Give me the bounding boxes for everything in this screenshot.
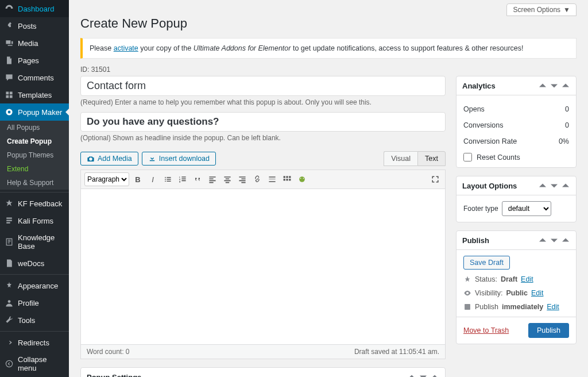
sidebar-item-label: Redirects <box>18 338 49 347</box>
sidebar-item-label: Collapse menu <box>18 355 64 372</box>
add-media-button[interactable]: Add Media <box>80 152 138 166</box>
italic-button[interactable]: I <box>146 173 159 186</box>
conversions-label: Conversions <box>463 121 503 129</box>
rate-label: Conversion Rate <box>463 137 517 145</box>
panel-move-down-button[interactable] <box>550 236 559 245</box>
panel-move-up-button[interactable] <box>538 181 547 190</box>
panel-move-down-button[interactable] <box>550 81 559 90</box>
readmore-button[interactable] <box>266 173 278 186</box>
main-content: Screen Options ▼ Create New Popup Please… <box>69 0 588 377</box>
sidebar-item-label: Templates <box>18 91 52 99</box>
sidebar-item-kf-feedback[interactable]: KF Feedback <box>0 195 69 212</box>
sidebar-item-kali-forms[interactable]: Kali Forms <box>0 212 69 229</box>
panel-toggle-button[interactable] <box>561 236 570 245</box>
editor-container: Paragraph B I <box>80 170 446 359</box>
move-to-trash-link[interactable]: Move to Trash <box>463 326 509 334</box>
sidebar-item-knowledge-base[interactable]: Knowledge Base <box>0 229 69 255</box>
svg-point-3 <box>6 360 12 367</box>
tools-icon <box>5 316 14 325</box>
sidebar-item-pages[interactable]: Pages <box>0 52 69 69</box>
align-right-button[interactable] <box>236 173 249 186</box>
panel-toggle-button[interactable] <box>561 181 570 190</box>
editor-tab-text[interactable]: Text <box>417 151 446 166</box>
sidebar-item-comments[interactable]: Comments <box>0 69 69 86</box>
reset-counts-checkbox[interactable] <box>463 153 472 161</box>
panel-move-up-button[interactable] <box>538 81 547 90</box>
panel-toggle-button[interactable] <box>561 81 570 90</box>
reset-counts-label: Reset Counts <box>477 153 520 161</box>
sidebar-item-wedocs[interactable]: weDocs <box>0 255 69 272</box>
panel-move-up-button[interactable] <box>538 236 547 245</box>
editor-textarea[interactable] <box>81 189 445 344</box>
align-left-button[interactable] <box>206 173 219 186</box>
submenu-item-create-popup[interactable]: Create Popup <box>0 134 69 148</box>
admin-sidebar: DashboardPostsMediaPagesCommentsTemplate… <box>0 0 69 377</box>
sidebar-item-popup-maker[interactable]: Popup Maker <box>0 103 69 121</box>
media-icon <box>5 39 14 48</box>
sidebar-item-collapse-menu[interactable]: Collapse menu <box>0 351 69 376</box>
bold-button[interactable]: B <box>131 173 144 186</box>
format-select[interactable]: Paragraph <box>84 172 129 186</box>
opens-label: Opens <box>463 105 485 113</box>
fullscreen-button[interactable] <box>429 173 442 186</box>
sidebar-item-dashboard[interactable]: Dashboard <box>0 0 69 17</box>
panel-toggle-button[interactable] <box>430 372 439 377</box>
insert-download-button[interactable]: Insert download <box>142 152 216 166</box>
sidebar-item-templates[interactable]: Templates <box>0 86 69 103</box>
sidebar-item-posts[interactable]: Posts <box>0 17 69 34</box>
sidebar-item-label: Appearance <box>18 282 58 290</box>
popup-icon <box>5 107 14 117</box>
opens-value: 0 <box>565 105 569 113</box>
number-list-button[interactable] <box>176 173 189 186</box>
edit-status-link[interactable]: Edit <box>521 275 533 283</box>
panel-move-up-button[interactable] <box>407 372 416 377</box>
footer-type-select[interactable]: default <box>502 201 551 216</box>
sidebar-item-media[interactable]: Media <box>0 34 69 52</box>
draft-saved-status: Draft saved at 11:05:41 am. <box>354 348 439 356</box>
sidebar-item-label: weDocs <box>18 259 44 268</box>
footer-type-label: Footer type <box>463 205 498 213</box>
sidebar-item-profile[interactable]: Profile <box>0 294 69 311</box>
edit-schedule-link[interactable]: Edit <box>547 303 559 311</box>
submenu-item-popup-themes[interactable]: Popup Themes <box>0 148 69 162</box>
sidebar-item-label: Profile <box>18 299 39 307</box>
popup-name-input[interactable] <box>80 76 446 96</box>
appearance-icon <box>5 281 14 290</box>
screen-options-label: Screen Options <box>513 6 560 14</box>
splitter-button[interactable] <box>296 173 308 186</box>
submenu-item-extend[interactable]: Extend <box>0 162 69 176</box>
svg-rect-7 <box>284 179 285 180</box>
sidebar-item-appearance[interactable]: Appearance <box>0 277 69 294</box>
screen-options-button[interactable]: Screen Options ▼ <box>506 3 577 16</box>
svg-rect-6 <box>289 176 291 178</box>
save-draft-button[interactable]: Save Draft <box>463 256 510 270</box>
kb-icon <box>5 237 14 247</box>
popup-settings-panel: Popup Settings Triggers <box>80 367 446 377</box>
panel-move-down-button[interactable] <box>419 372 428 377</box>
align-center-button[interactable] <box>221 173 234 186</box>
link-button[interactable] <box>251 173 264 186</box>
editor-tab-visual[interactable]: Visual <box>384 151 417 166</box>
pin-icon <box>5 21 14 30</box>
blockquote-button[interactable] <box>191 173 204 186</box>
conversions-value: 0 <box>565 121 569 129</box>
svg-point-10 <box>299 176 305 182</box>
templates-icon <box>5 90 14 99</box>
panel-move-down-button[interactable] <box>550 181 559 190</box>
popup-settings-title: Popup Settings <box>87 373 141 378</box>
sidebar-item-redirects[interactable]: Redirects <box>0 334 69 351</box>
bullet-list-button[interactable] <box>161 173 174 186</box>
status-value: Draft <box>501 275 517 283</box>
word-count: Word count: 0 <box>87 348 130 356</box>
submenu-item-all-popups[interactable]: All Popups <box>0 121 69 134</box>
edit-visibility-link[interactable]: Edit <box>531 289 544 297</box>
activate-link[interactable]: activate <box>114 44 138 52</box>
sidebar-item-tools[interactable]: Tools <box>0 311 69 329</box>
sidebar-item-label: Posts <box>18 22 37 30</box>
layout-title: Layout Options <box>462 182 517 190</box>
popup-headline-input[interactable] <box>80 112 446 132</box>
submenu-item-help-&-support[interactable]: Help & Support <box>0 176 69 190</box>
publish-button[interactable]: Publish <box>528 323 569 338</box>
svg-rect-4 <box>284 176 285 178</box>
toolbar-toggle-button[interactable] <box>281 173 293 186</box>
